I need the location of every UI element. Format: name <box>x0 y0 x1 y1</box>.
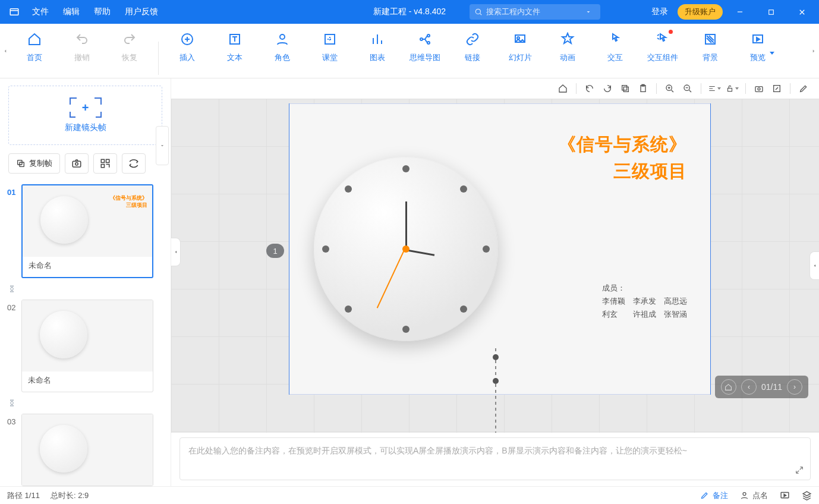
ribbon-scroll-left[interactable] <box>0 24 11 78</box>
copy-frame-label: 复制帧 <box>29 158 52 169</box>
copy-frame-button[interactable]: 复制帧 <box>8 153 60 174</box>
svg-point-9 <box>427 42 430 44</box>
notes-textarea[interactable]: 在此处输入您的备注内容，在预览时开启双屏模式，可以实现A屏全屏播放演示内容，B屏… <box>179 437 811 480</box>
person-icon <box>740 491 749 500</box>
slide-guide-left <box>289 103 289 395</box>
tool-preview[interactable]: 预览 <box>734 31 782 63</box>
search-input[interactable]: 搜索工程内文件 <box>470 4 600 20</box>
ribbon-scroll-right[interactable] <box>808 24 819 78</box>
tool-interact[interactable]: 交互 <box>591 31 639 63</box>
new-frame-dropdown[interactable] <box>156 126 169 165</box>
qr-icon <box>100 158 111 169</box>
status-remark-button[interactable]: 备注 <box>700 490 728 501</box>
path-node[interactable] <box>493 354 499 360</box>
nav-next-button[interactable]: › <box>787 379 802 395</box>
mindmap-icon <box>417 31 433 48</box>
slide-thumb[interactable]: 03 <box>8 414 162 486</box>
tool-mindmap[interactable]: 思维导图 <box>401 31 449 63</box>
new-frame-button[interactable]: + 新建镜头帧 <box>8 86 162 145</box>
layers-icon <box>802 490 812 500</box>
tool-slides[interactable]: 幻灯片 <box>496 31 544 63</box>
chevron-left-icon <box>174 248 178 256</box>
play-icon <box>780 490 790 500</box>
tool-class[interactable]: 课堂 <box>306 31 354 63</box>
login-button[interactable]: 登录 <box>645 7 674 17</box>
interact-icon <box>607 31 623 48</box>
menu-edit[interactable]: 编辑 <box>56 7 87 17</box>
tool-label: 幻灯片 <box>509 52 532 63</box>
menu-file[interactable]: 文件 <box>25 7 56 17</box>
slide-frame[interactable]: 《信号与系统》 三级项目 成员： 李倩颖 李承发 高思远 利玄 许祖成 张智涵 <box>289 103 711 395</box>
status-rollcall-button[interactable]: 点名 <box>740 490 768 501</box>
window-title: 新建工程 - v4.8.402 <box>373 7 446 17</box>
slide-thumb[interactable]: 01《信号与系统》三级项目未命名 <box>8 184 162 278</box>
upgrade-button[interactable]: 升级账户 <box>678 4 723 20</box>
svg-point-29 <box>758 88 760 90</box>
tool-plus[interactable]: 插入 <box>163 31 211 63</box>
notes-expand-button[interactable] <box>795 465 804 475</box>
zoom-in-icon <box>665 84 675 93</box>
slides-actions: 复制帧 <box>8 153 162 174</box>
menu-feedback[interactable]: 用户反馈 <box>118 7 165 17</box>
path-node[interactable] <box>493 378 499 384</box>
window-close-button[interactable] <box>788 0 815 24</box>
canvas-rotate-right[interactable] <box>599 81 616 96</box>
home-icon <box>724 383 732 391</box>
slides-panel-collapse[interactable] <box>171 238 181 266</box>
canvas-column: 1 《信号与系统》 三级项目 成员： 李倩颖 李承发 高思远 利玄 <box>171 78 819 486</box>
slide-thumb[interactable]: 02未命名 <box>8 300 162 392</box>
tool-bg[interactable]: 背景 <box>686 31 734 63</box>
search-dropdown-icon[interactable] <box>585 8 592 15</box>
canvas-viewport[interactable]: 1 《信号与系统》 三级项目 成员： 李倩颖 李承发 高思远 利玄 <box>171 99 819 433</box>
menu-help[interactable]: 帮助 <box>87 7 118 17</box>
new-frame-label: 新建镜头帧 <box>65 122 106 133</box>
status-present-button[interactable] <box>780 490 790 500</box>
tool-text[interactable]: 文本 <box>211 31 259 63</box>
canvas-home-button[interactable] <box>555 81 571 96</box>
plus-icon: + <box>82 101 89 115</box>
tool-anim[interactable]: 动画 <box>544 31 591 63</box>
tool-person[interactable]: 角色 <box>259 31 306 63</box>
slide-title: 《信号与系统》 三级项目 <box>558 131 687 184</box>
align-dropdown[interactable] <box>706 81 723 96</box>
nav-home-button[interactable] <box>721 379 736 395</box>
nav-prev-button[interactable]: ‹ <box>741 379 757 395</box>
zoom-in-button[interactable] <box>662 81 678 96</box>
pen-icon <box>799 84 808 93</box>
tool-chart[interactable]: 图表 <box>354 31 401 63</box>
hourglass-icon <box>8 397 162 414</box>
clock-illustration <box>314 157 498 341</box>
fit-icon <box>772 84 782 93</box>
slide-members: 成员： 李倩颖 李承发 高思远 利玄 许祖成 张智涵 <box>602 282 687 321</box>
canvas-paste[interactable] <box>635 81 651 96</box>
chevron-left-icon <box>812 262 817 269</box>
lock-dropdown[interactable] <box>724 81 741 96</box>
snapshot-button[interactable] <box>751 81 767 96</box>
status-path: 路径 1/11 <box>7 490 40 501</box>
canvas-rotate-left[interactable] <box>581 81 598 96</box>
status-layers-button[interactable] <box>802 490 812 500</box>
redo-icon <box>121 31 138 48</box>
qr-button[interactable] <box>93 153 117 174</box>
loop-button[interactable] <box>122 153 146 174</box>
window-minimize-button[interactable] <box>726 0 754 24</box>
tool-link[interactable]: 链接 <box>449 31 496 63</box>
camera-icon <box>71 158 82 169</box>
home-icon <box>26 31 43 48</box>
fit-button[interactable] <box>768 81 785 96</box>
lock-icon <box>726 84 734 93</box>
capture-button[interactable] <box>65 153 89 174</box>
canvas-copy[interactable] <box>617 81 634 96</box>
align-icon <box>708 84 716 93</box>
tool-home[interactable]: 首页 <box>11 31 58 63</box>
edit-pen-button[interactable] <box>795 81 812 96</box>
canvas-toolbar <box>171 78 819 99</box>
zoom-out-button[interactable] <box>679 81 696 96</box>
right-panel-collapse[interactable] <box>809 251 819 280</box>
slide-number: 02 <box>7 303 19 312</box>
tool-label: 恢复 <box>122 52 137 63</box>
svg-rect-27 <box>728 88 732 91</box>
status-duration: 总时长: 2:9 <box>51 490 89 501</box>
tool-widget[interactable]: 交互组件 <box>639 31 686 63</box>
window-maximize-button[interactable] <box>757 0 785 24</box>
